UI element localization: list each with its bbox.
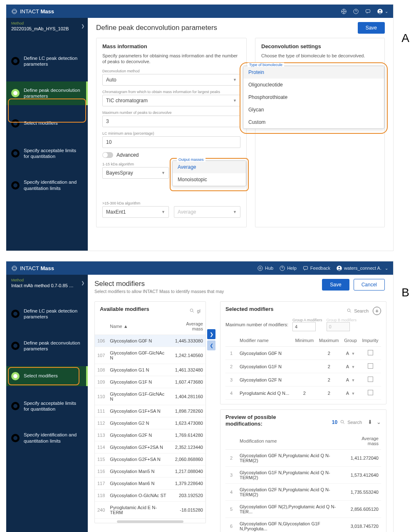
hub-icon[interactable] bbox=[341, 8, 347, 15]
sidebar-step[interactable]: Define LC peak detection parameters bbox=[6, 49, 88, 73]
expand-icon[interactable]: ⌄ bbox=[376, 419, 381, 425]
table-row[interactable]: 240Pyroglutamic Acid E N-TERM-18.015280 bbox=[95, 502, 206, 519]
sidebar-step[interactable]: Specify acceptable limits for quantitati… bbox=[6, 394, 88, 418]
chevron-right-icon: ❯ bbox=[81, 281, 84, 285]
chromatogram-field[interactable]: Chromatogram from which to obtain mass i… bbox=[102, 90, 240, 106]
table-row[interactable]: 110Glycosylation G1F-GlcNAc N1,404.28116… bbox=[95, 388, 206, 405]
step-ring-icon bbox=[11, 89, 20, 97]
table-row[interactable]: 113Glycosylation G2F N1,769.614280 bbox=[95, 429, 206, 441]
group-a-input[interactable] bbox=[292, 322, 316, 331]
hub-link[interactable]: Hub bbox=[257, 265, 273, 271]
table-row[interactable]: 112Glycosylation G2 N1,623.473080 bbox=[95, 417, 206, 429]
cancel-button[interactable]: Cancel bbox=[354, 279, 385, 291]
table-row[interactable]: 118Glycosylation O-GlcNAc ST203.192520 bbox=[95, 490, 206, 502]
algo-15-300-field[interactable]: >15-300 kDa algorithm MaxEnt1▼ bbox=[102, 201, 169, 218]
table-row[interactable]: 109Glycosylation G1F N1,607.473680 bbox=[95, 376, 206, 388]
sidebar-step[interactable]: Define peak deconvolution parameters bbox=[6, 334, 88, 358]
svg-point-1 bbox=[343, 10, 345, 12]
step-ring-icon bbox=[11, 57, 20, 65]
scrollbar[interactable] bbox=[117, 520, 183, 523]
chevron-down-icon: ▼ bbox=[233, 78, 237, 82]
col-mass[interactable]: Average mass bbox=[171, 318, 206, 335]
mass-info-card: Mass information Specify parameters for … bbox=[96, 38, 247, 227]
search-icon bbox=[189, 308, 195, 313]
help-link[interactable]: Help bbox=[279, 265, 297, 271]
svg-point-9 bbox=[258, 266, 262, 270]
sidebar-step[interactable]: Define peak deconvolution parameters bbox=[6, 81, 88, 105]
sidebar-step[interactable]: Select modifiers bbox=[6, 113, 88, 133]
svg-rect-11 bbox=[303, 266, 307, 269]
advanced-toggle[interactable]: Advanced bbox=[102, 152, 240, 158]
sidebar-step[interactable]: Specify identification and quantitation … bbox=[6, 426, 88, 450]
sidebar-step[interactable]: Select modifiers bbox=[6, 366, 88, 386]
user-menu[interactable]: ⌄ bbox=[377, 8, 388, 15]
sidebar-step[interactable]: Specify acceptable limits for quantitati… bbox=[6, 142, 88, 165]
lc-min-area-field[interactable]: LC minimum area (percentage) 10 bbox=[102, 131, 240, 148]
impurity-checkbox[interactable] bbox=[368, 390, 373, 395]
option-monoisotopic[interactable]: Monoisotopic bbox=[173, 173, 246, 186]
table-row: 2Glycosylation G0F N,Pyroglutamic Acid Q… bbox=[225, 450, 381, 467]
table-row[interactable]: 2Glycosylation G1F N2A ▼ bbox=[225, 360, 381, 373]
table-row[interactable]: 106Glycosylation G0F N1,445.333080 bbox=[95, 335, 206, 347]
col-name[interactable]: Name ▲ bbox=[107, 318, 171, 335]
svg-point-14 bbox=[191, 309, 193, 312]
selected-search[interactable]: Search bbox=[347, 308, 369, 313]
output-masses-popup: Output masses Average Monoisotopic bbox=[172, 160, 246, 186]
deconv-method-field[interactable]: Deconvolution method Auto▼ bbox=[102, 69, 240, 86]
biomolecule-option[interactable]: Oligonucleotide bbox=[243, 79, 384, 91]
sidebar: Method Intact mAb method 0.7-0.85 mi... … bbox=[6, 275, 88, 532]
impurity-checkbox[interactable] bbox=[368, 377, 373, 382]
selected-modifiers-card: Selected modifiers Search + Maximum numb… bbox=[220, 301, 386, 404]
max-peaks-field[interactable]: Maximum number of peaks to deconvolve 3 bbox=[102, 111, 240, 127]
save-button[interactable]: Save bbox=[322, 279, 349, 291]
panel-b: INTACT Mass Hub Help Feedback waters_con… bbox=[6, 261, 394, 532]
table-row[interactable]: 117Glycosylation Man6 N1,379.228640 bbox=[95, 478, 206, 490]
algo-1-15-field[interactable]: 1-15 kDa algorithm BayesSpray▼ bbox=[102, 162, 169, 179]
app-header-b: INTACT Mass Hub Help Feedback waters_con… bbox=[6, 261, 393, 275]
table-row: 3Glycosylation G1F N,Pyroglutamic Acid Q… bbox=[225, 467, 381, 484]
table-row[interactable]: 111Glycosylation G1F+SA N1,898.728260 bbox=[95, 405, 206, 417]
table-row[interactable]: 4Pyroglutamic Acid Q N...22A ▼ bbox=[225, 387, 381, 400]
sidebar-step[interactable]: Define LC peak detection parameters bbox=[6, 302, 88, 326]
svg-point-7 bbox=[12, 266, 17, 270]
biomolecule-option[interactable]: Protein bbox=[243, 66, 384, 79]
svg-rect-4 bbox=[366, 10, 370, 12]
move-left-button[interactable]: ❮ bbox=[207, 340, 215, 350]
table-row[interactable]: 1Glycosylation G0F N2A ▼ bbox=[225, 347, 381, 360]
method-selector[interactable]: Method 20220105_mAb_HYS_102B ❯ bbox=[6, 18, 88, 34]
table-row[interactable]: 116Glycosylation Man5 N1,217.088040 bbox=[95, 466, 206, 478]
table-row: 4Glycosylation G2F N,Pyroglutamic Acid Q… bbox=[225, 484, 381, 501]
add-modifier-button[interactable]: + bbox=[373, 307, 381, 315]
impurity-checkbox[interactable] bbox=[368, 363, 373, 369]
impurity-checkbox[interactable] bbox=[368, 350, 373, 355]
biomolecule-option[interactable]: Custom bbox=[243, 116, 384, 128]
sidebar-step[interactable]: Specify identification and quantitation … bbox=[6, 173, 88, 197]
available-search[interactable]: gl bbox=[189, 308, 201, 313]
table-row[interactable]: 108Glycosylation G1 N1,461.332480 bbox=[95, 364, 206, 376]
feedback-icon[interactable] bbox=[365, 8, 371, 15]
table-row[interactable]: 115Glycosylation G2F+SA N2,060.868860 bbox=[95, 453, 206, 466]
group-b-input bbox=[327, 322, 350, 331]
table-row[interactable]: 107Glycosylation G0F-GlcNAc N1,242.14056… bbox=[95, 347, 206, 364]
table-row[interactable]: 3Glycosylation G2F N2A ▼ bbox=[225, 373, 381, 387]
available-table: Name ▲ Average mass 106Glycosylation G0F… bbox=[95, 318, 206, 519]
deconv-settings-card: Deconvolution settings Choose the type o… bbox=[255, 38, 385, 227]
method-selector[interactable]: Method Intact mAb method 0.7-0.85 mi... … bbox=[6, 275, 88, 291]
table-row[interactable]: 114Glycosylation G2F+2SA N2,352.123440 bbox=[95, 441, 206, 453]
mass-info-heading: Mass information bbox=[102, 43, 240, 49]
help-icon[interactable] bbox=[353, 8, 359, 15]
option-average[interactable]: Average bbox=[173, 161, 246, 173]
output-masses-field[interactable]: Output masses Average Monoisotopic bbox=[174, 162, 240, 179]
biomolecule-option[interactable]: Phosphorothioate bbox=[243, 91, 384, 103]
feedback-link[interactable]: Feedback bbox=[302, 265, 330, 271]
search-icon bbox=[340, 419, 345, 425]
selected-table: Modifier name Minimum Maximum Group Impu… bbox=[225, 335, 381, 400]
download-icon[interactable]: ⬇ bbox=[368, 419, 372, 425]
biomolecule-option[interactable]: Glycan bbox=[243, 103, 384, 116]
preview-search[interactable]: Search bbox=[340, 419, 362, 425]
user-menu[interactable]: waters_connect A.⌄ bbox=[336, 265, 388, 271]
panel-a-label: A bbox=[401, 32, 409, 45]
move-right-button[interactable]: ❯ bbox=[207, 329, 215, 339]
save-button[interactable]: Save bbox=[358, 22, 385, 34]
svg-point-13 bbox=[339, 266, 340, 268]
